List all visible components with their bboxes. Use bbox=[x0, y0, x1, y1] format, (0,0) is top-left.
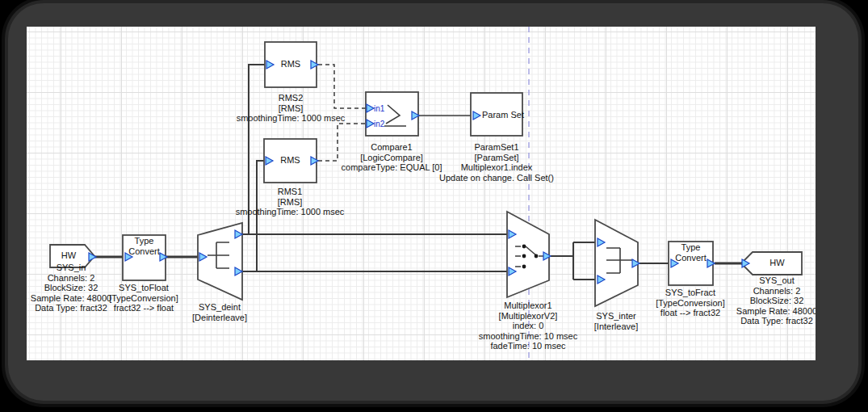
sys-in-shape-label: HW bbox=[50, 250, 87, 261]
rms2-name: RMS2 bbox=[226, 93, 355, 103]
sys-out-shape-label: HW bbox=[753, 258, 802, 268]
sys-out-prop: Data Type: fract32 bbox=[712, 316, 816, 326]
sys-in-name: SYS_in bbox=[27, 263, 128, 273]
paramset1-caption: ParamSet1 [ParamSet] Multiplexor1.index … bbox=[420, 142, 573, 183]
sys-out-prop: BlockSize: 32 bbox=[712, 296, 816, 306]
rms1-caption: RMS1 [RMS] smoothingTime: 1000 msec bbox=[225, 187, 354, 217]
paramset1-type: [ParamSet] bbox=[420, 153, 573, 163]
compare1-in2-port-label: in2 bbox=[374, 120, 384, 128]
sys-deint-name: SYS_deint bbox=[155, 302, 284, 313]
sys-tofract-shape-label: Type Convert bbox=[670, 242, 711, 263]
sys-inter-type: [Interleave] bbox=[551, 322, 681, 332]
rms2-prop: smoothingTime: 1000 msec bbox=[226, 113, 355, 124]
rms2-shape-label: RMS bbox=[265, 59, 317, 69]
rms1-type: [RMS] bbox=[225, 197, 354, 208]
diagram-canvas[interactable]: HW Type Convert RMS RMS in1 in2 Param Se… bbox=[27, 27, 816, 360]
rms2-type: [RMS] bbox=[226, 103, 355, 114]
screenshot-stage: HW Type Convert RMS RMS in1 in2 Param Se… bbox=[0, 0, 868, 412]
rms1-prop: smoothingTime: 1000 msec bbox=[225, 207, 354, 217]
compare1-in1-port-label: in1 bbox=[374, 104, 384, 113]
multiplexor1-name: Multiplexor1 bbox=[455, 301, 601, 311]
paramset1-shape-label: Param Set bbox=[482, 110, 524, 120]
sys-deint-caption: SYS_deint [Deinterleave] bbox=[155, 302, 284, 322]
multiplexor1-prop: smoothingTime: 10 msec bbox=[455, 331, 601, 342]
rms1-shape-label: RMS bbox=[264, 155, 317, 166]
sys-out-prop: Sample Rate: 48000 bbox=[712, 306, 816, 317]
rms2-caption: RMS2 [RMS] smoothingTime: 1000 msec bbox=[226, 93, 355, 124]
compare1-block[interactable] bbox=[366, 92, 418, 136]
sys-out-name: SYS_out bbox=[712, 275, 816, 286]
sys-out-caption: SYS_out Channels: 2 BlockSize: 32 Sample… bbox=[712, 275, 816, 326]
multiplexor1-block[interactable] bbox=[507, 212, 549, 297]
sys-tofloat-name: SYS_toFloat bbox=[79, 283, 208, 293]
rms1-name: RMS1 bbox=[225, 187, 354, 197]
paramset1-name: ParamSet1 bbox=[420, 142, 573, 153]
paramset1-prop: Multiplexor1.index bbox=[420, 162, 573, 173]
paramset1-prop: Update on change. Call Set() bbox=[420, 173, 573, 183]
wire-mux-to-interleave[interactable] bbox=[551, 242, 598, 280]
multiplexor1-prop: fadeTime: 10 msec bbox=[455, 341, 601, 351]
sys-in-prop: Channels: 2 bbox=[27, 273, 128, 284]
sys-out-prop: Channels: 2 bbox=[712, 286, 816, 296]
sys-tofloat-shape-label: Type Convert bbox=[124, 236, 165, 257]
sys-deint-type: [Deinterleave] bbox=[155, 313, 284, 323]
